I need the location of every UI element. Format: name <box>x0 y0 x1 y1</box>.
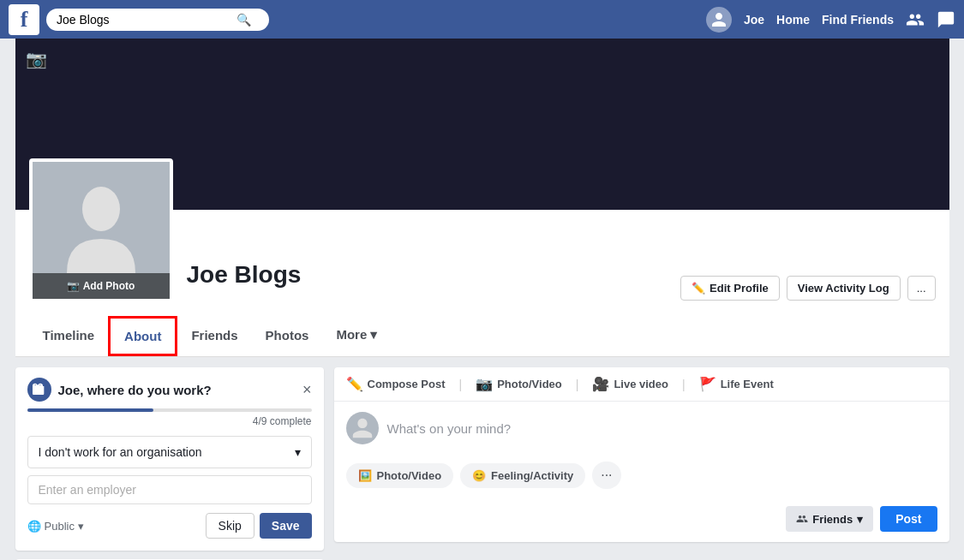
friends-privacy-button[interactable]: Friends ▾ <box>786 506 873 532</box>
profile-avatar: 📷 Add Photo <box>29 158 173 302</box>
topnav-find-friends-link[interactable]: Find Friends <box>822 13 894 27</box>
tab-timeline[interactable]: Timeline <box>29 318 109 355</box>
globe-icon: 🌐 <box>27 520 41 533</box>
post-composer: ✏️ Compose Post | 📷 Photo/Video | 🎥 Live… <box>334 367 949 542</box>
friends-icon-button[interactable] <box>906 10 925 29</box>
view-activity-log-button[interactable]: View Activity Log <box>787 276 901 301</box>
left-column: Joe, where do you work? × 4/9 complete I… <box>15 367 324 560</box>
organisation-dropdown[interactable]: I don't work for an organisation ▾ <box>27 436 312 468</box>
post-footer: Friends ▾ Post <box>334 499 949 542</box>
progress-fill <box>27 408 153 412</box>
more-actions-button[interactable]: ··· <box>592 462 620 489</box>
profile-tabs: Timeline About Friends Photos More ▾ <box>29 316 936 356</box>
edit-profile-button[interactable]: ✏️ Edit Profile <box>680 276 780 301</box>
work-widget-title: Joe, where do you work? <box>58 383 296 397</box>
main-content: Joe, where do you work? × 4/9 complete I… <box>15 367 949 560</box>
employer-input[interactable] <box>27 475 312 504</box>
cover-camera-button[interactable]: 📷 <box>26 49 47 69</box>
work-icon <box>27 378 51 402</box>
photo-video-action[interactable]: 📷 Photo/Video <box>476 376 562 392</box>
profile-avatar-wrapper: 📷 Add Photo <box>29 158 173 302</box>
life-event-action[interactable]: 🚩 Life Event <box>699 376 774 392</box>
compose-placeholder[interactable]: What's on your mind? <box>387 421 937 436</box>
photo-video-button[interactable]: 🖼️ Photo/Video <box>346 463 454 488</box>
svg-point-0 <box>82 187 120 231</box>
progress-label: 4/9 complete <box>27 415 312 427</box>
work-widget-close-button[interactable]: × <box>302 381 312 399</box>
emoji-icon: 😊 <box>472 469 486 482</box>
search-icon-button[interactable]: 🔍 <box>237 13 251 27</box>
video-icon: 🎥 <box>592 376 609 392</box>
save-button[interactable]: Save <box>260 513 312 539</box>
composer-toolbar: ✏️ Compose Post | 📷 Photo/Video | 🎥 Live… <box>334 367 949 402</box>
search-input[interactable] <box>57 13 237 27</box>
topnav-user-name[interactable]: Joe <box>744 13 764 27</box>
right-column: ✏️ Compose Post | 📷 Photo/Video | 🎥 Live… <box>334 367 949 560</box>
friends-chevron-icon: ▾ <box>857 513 863 526</box>
tab-photos[interactable]: Photos <box>252 318 323 355</box>
top-navigation: f 🔍 Joe Home Find Friends <box>0 0 964 39</box>
profile-actions: ✏️ Edit Profile View Activity Log ... <box>680 276 935 301</box>
live-video-action[interactable]: 🎥 Live video <box>592 376 668 392</box>
more-options-button[interactable]: ... <box>907 276 936 301</box>
compose-post-action[interactable]: ✏️ Compose Post <box>346 376 446 392</box>
messenger-icon-button[interactable] <box>937 10 955 29</box>
topnav-home-link[interactable]: Home <box>776 13 810 27</box>
post-button[interactable]: Post <box>880 506 937 532</box>
user-avatar-icon <box>706 7 732 33</box>
compose-input-row: What's on your mind? <box>334 402 949 455</box>
widget-footer: 🌐 Public ▾ Skip Save <box>27 513 312 539</box>
profile-section: 📷 Add Photo Joe Blogs ✏️ Edit Profile Vi… <box>15 210 949 357</box>
add-photo-button[interactable]: 📷 Add Photo <box>33 273 170 299</box>
pencil-icon: ✏️ <box>692 282 705 295</box>
progress-bar-wrapper: 4/9 complete <box>27 408 312 427</box>
privacy-dropdown-button[interactable]: 🌐 Public ▾ <box>27 520 84 533</box>
work-widget: Joe, where do you work? × 4/9 complete I… <box>15 367 324 551</box>
feeling-activity-button[interactable]: 😊 Feeling/Activity <box>460 463 585 488</box>
tab-friends[interactable]: Friends <box>177 318 251 355</box>
flag-icon: 🚩 <box>699 376 716 392</box>
search-bar: 🔍 <box>46 9 269 31</box>
privacy-chevron-icon: ▾ <box>78 520 84 533</box>
photo-icon: 🖼️ <box>358 469 372 482</box>
facebook-logo: f <box>9 4 39 35</box>
camera-icon: 📷 <box>476 376 493 392</box>
pencil-compose-icon: ✏️ <box>346 376 363 392</box>
composer-avatar <box>346 412 379 444</box>
tab-more[interactable]: More ▾ <box>322 317 391 355</box>
chevron-down-icon: ▾ <box>295 445 301 459</box>
tab-about[interactable]: About <box>108 316 177 356</box>
compose-action-buttons: 🖼️ Photo/Video 😊 Feeling/Activity ··· <box>334 455 949 499</box>
skip-button[interactable]: Skip <box>206 513 254 539</box>
